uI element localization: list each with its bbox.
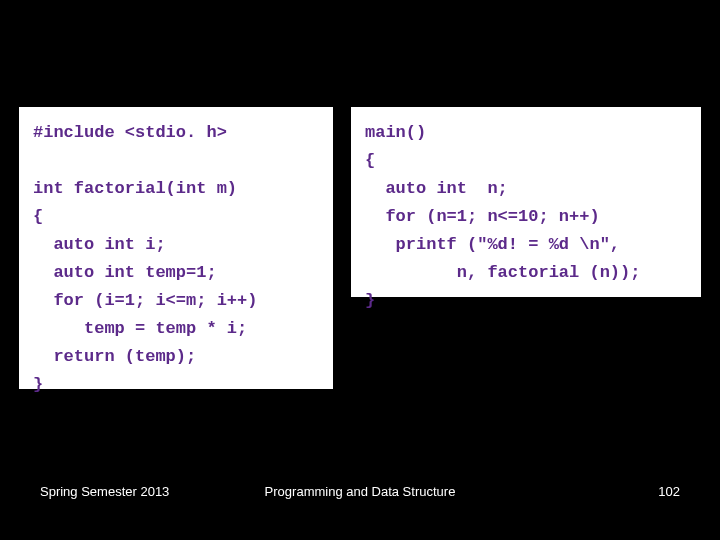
footer-center: Programming and Data Structure bbox=[0, 484, 720, 499]
code-line: #include <stdio. h> bbox=[33, 119, 319, 147]
code-line: main() bbox=[365, 119, 687, 147]
code-line: auto int n; bbox=[365, 175, 687, 203]
left-code-box: #include <stdio. h> int factorial(int m)… bbox=[16, 104, 336, 392]
footer-page-number: 102 bbox=[658, 484, 680, 499]
code-line: } bbox=[365, 287, 687, 315]
code-line: { bbox=[365, 147, 687, 175]
code-line: } bbox=[33, 371, 319, 399]
code-line: { bbox=[33, 203, 319, 231]
code-line: printf ("%d! = %d \n", bbox=[365, 231, 687, 259]
blank-line bbox=[33, 147, 319, 175]
code-line: for (n=1; n<=10; n++) bbox=[365, 203, 687, 231]
slide-footer: Spring Semester 2013 Programming and Dat… bbox=[0, 484, 720, 504]
code-line: auto int i; bbox=[33, 231, 319, 259]
right-code-box: main() { auto int n; for (n=1; n<=10; n+… bbox=[348, 104, 704, 300]
code-line: n, factorial (n)); bbox=[365, 259, 687, 287]
code-line: auto int temp=1; bbox=[33, 259, 319, 287]
code-line: int factorial(int m) bbox=[33, 175, 319, 203]
code-line: for (i=1; i<=m; i++) bbox=[33, 287, 319, 315]
code-line: temp = temp * i; bbox=[33, 315, 319, 343]
code-line: return (temp); bbox=[33, 343, 319, 371]
slide: #include <stdio. h> int factorial(int m)… bbox=[0, 0, 720, 540]
